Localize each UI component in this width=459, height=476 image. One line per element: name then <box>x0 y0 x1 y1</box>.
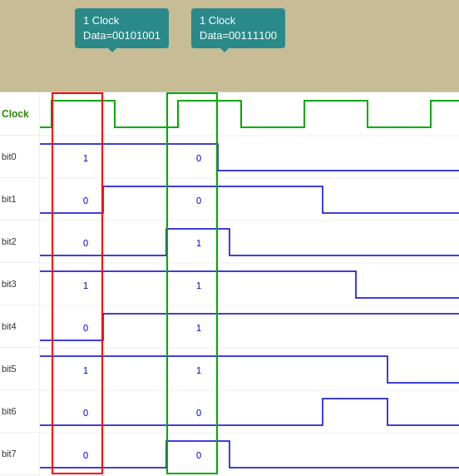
bit5-val1: 1 <box>83 365 88 375</box>
label-bit3: bit3 <box>0 263 39 305</box>
bit7-val2: 0 <box>196 450 201 460</box>
bit7-wave <box>40 441 459 468</box>
bit7-val1: 0 <box>83 450 88 460</box>
bit5-label: bit5 <box>2 364 17 374</box>
label-bit2: bit2 <box>0 221 39 263</box>
label-bit7: bit7 <box>0 433 39 475</box>
waveform-svg: 1 0 0 0 0 1 1 1 0 1 1 1 <box>40 92 459 476</box>
bit5-wave <box>40 356 459 383</box>
tooltip2-line1: 1 Clock <box>200 14 235 27</box>
label-bit0: bit0 <box>0 136 39 178</box>
top-banner: 1 Clock Data=00101001 1 Clock Data=00111… <box>0 0 459 92</box>
bit4-wave <box>40 314 459 340</box>
label-bit1: bit1 <box>0 178 39 221</box>
bit0-val1: 1 <box>83 153 88 163</box>
bit1-val2: 0 <box>196 196 201 206</box>
tooltip2-line2: Data=00111100 <box>200 29 277 42</box>
bit2-wave <box>40 229 459 255</box>
bit0-label: bit0 <box>2 151 17 161</box>
bit5-val2: 1 <box>196 365 201 375</box>
bit7-label: bit7 <box>2 449 17 459</box>
bit2-val2: 1 <box>196 238 201 248</box>
bit1-val1: 0 <box>83 196 88 206</box>
bit6-wave <box>40 399 459 425</box>
bit3-wave <box>40 271 459 298</box>
bit2-val1: 0 <box>83 238 88 248</box>
bit0-val2: 0 <box>196 153 201 163</box>
bit6-label: bit6 <box>2 406 17 416</box>
bit3-val1: 1 <box>83 280 88 290</box>
bit6-val2: 0 <box>196 408 201 418</box>
tooltip1-line2: Data=00101001 <box>83 29 160 42</box>
tooltip-2: 1 Clock Data=00111100 <box>191 8 285 48</box>
bit6-val1: 0 <box>83 408 88 418</box>
bit4-val2: 1 <box>196 323 201 333</box>
label-bit5: bit5 <box>0 348 39 390</box>
tooltip1-line1: 1 Clock <box>83 14 119 27</box>
bit3-label: bit3 <box>2 279 17 289</box>
label-bit6: bit6 <box>0 390 39 433</box>
bit2-label: bit2 <box>2 236 17 246</box>
bit1-wave <box>40 186 459 213</box>
label-bit4: bit4 <box>0 305 39 348</box>
bit4-label: bit4 <box>2 321 17 331</box>
bit3-val2: 1 <box>196 280 201 290</box>
bit0-wave <box>40 144 459 171</box>
tooltip-1: 1 Clock Data=00101001 <box>75 8 169 48</box>
clock-wave <box>40 101 459 127</box>
clock-label: Clock <box>2 108 29 120</box>
label-clock: Clock <box>0 92 39 136</box>
bit1-label: bit1 <box>2 194 17 204</box>
labels-column: Clock bit0 bit1 bit2 bit3 bit4 bit5 bit6… <box>0 92 40 476</box>
waveform-area: 1 0 0 0 0 1 1 1 0 1 1 1 <box>40 92 459 476</box>
main-area: Clock bit0 bit1 bit2 bit3 bit4 bit5 bit6… <box>0 92 459 476</box>
bit4-val1: 0 <box>83 323 88 333</box>
